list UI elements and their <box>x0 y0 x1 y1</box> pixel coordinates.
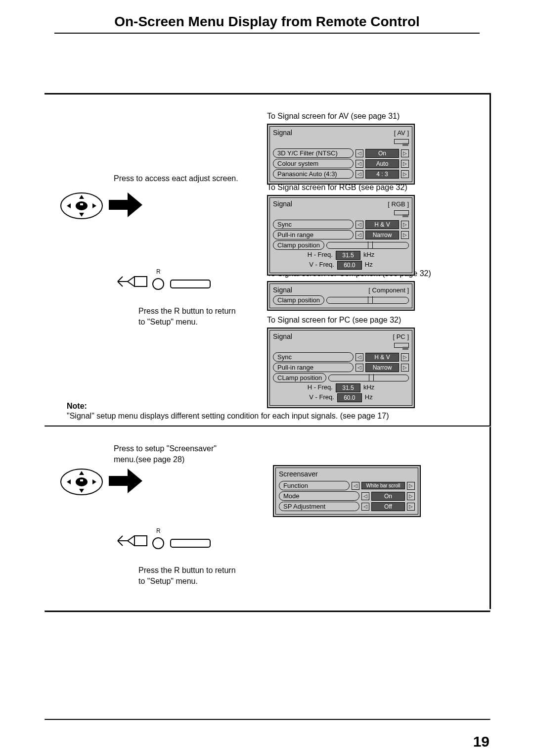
right-arrow-icon[interactable]: ▷ <box>401 170 409 178</box>
svg-rect-7 <box>80 479 83 481</box>
right-arrow-icon[interactable]: ▷ <box>401 221 409 229</box>
caption-screensaver-2: menu.(see page 28) <box>114 454 184 465</box>
caption-press-access: Press to access eact adjust screen. <box>114 173 238 184</box>
row-label: Sync <box>273 220 354 229</box>
left-arrow-icon[interactable]: ◁ <box>356 231 363 239</box>
svg-rect-9 <box>171 539 210 547</box>
left-arrow-icon[interactable]: ◁ <box>356 149 363 157</box>
right-arrow-icon[interactable]: ▷ <box>401 160 409 168</box>
right-arrow-icon[interactable]: ▷ <box>401 149 409 157</box>
right-arrow-icon[interactable]: ▷ <box>407 492 415 500</box>
row-value: Auto <box>365 159 399 168</box>
note-text: "Signal" setup menu displays different s… <box>67 411 482 422</box>
right-arrow-icon[interactable]: ▷ <box>407 482 415 490</box>
note-label: Note: <box>67 401 87 412</box>
row-value: Narrow <box>365 231 399 239</box>
vfreq-label: V - Freq. <box>309 261 334 270</box>
row-label: Pull-in range <box>273 230 354 239</box>
caption-pc: To Signal screen for PC (see page 32) <box>267 315 401 326</box>
r-label: R <box>156 527 161 534</box>
row-label: Colour system <box>273 159 354 168</box>
row-label: Sync <box>273 352 354 362</box>
panel-signal-av: Signal [ AV ] 3D Y/C Filter (NTSC)◁On▷ C… <box>267 124 415 185</box>
vfreq-value: 60.0 <box>337 393 362 402</box>
title-rule <box>54 33 480 34</box>
row-label: SP Adjustment <box>279 502 359 511</box>
clamp-slider[interactable] <box>328 375 409 381</box>
clamp-slider[interactable] <box>326 242 409 249</box>
left-arrow-icon[interactable]: ◁ <box>356 353 363 361</box>
left-arrow-icon[interactable]: ◁ <box>356 364 363 372</box>
panel-mode-rgb: RGB <box>392 200 405 208</box>
clamp-label: Clamp position <box>273 295 324 305</box>
left-arrow-icon[interactable]: ◁ <box>356 160 363 168</box>
caption-press-r-2b: to "Setup" menu. <box>138 576 198 587</box>
panel-title-av: Signal <box>273 129 292 137</box>
caption-screensaver-1: Press to setup "Screensaver" <box>114 443 217 454</box>
vfreq-unit: Hz <box>365 261 373 270</box>
hfreq-label: H - Freq. <box>308 383 333 392</box>
clamp-label: Clamp position <box>273 240 324 250</box>
left-arrow-icon[interactable]: ◁ <box>361 503 369 511</box>
pip-icon <box>394 343 409 348</box>
footer-rule <box>44 719 490 720</box>
right-arrow-icon[interactable]: ▷ <box>401 353 409 361</box>
row-label: Panasonic Auto (4:3) <box>273 169 354 179</box>
panel-title-screensaver: Screensaver <box>279 470 415 478</box>
dpad-icon <box>59 467 104 497</box>
left-arrow-icon[interactable]: ◁ <box>356 170 363 178</box>
hfreq-unit: kHz <box>363 251 374 260</box>
row-value: 4 : 3 <box>365 170 399 179</box>
panel-screensaver: Screensaver Function◁White bar scroll▷ M… <box>273 465 421 517</box>
svg-point-1 <box>76 201 88 210</box>
panel-title-pc: Signal <box>273 332 292 340</box>
svg-point-8 <box>153 538 164 549</box>
row-value: Narrow <box>365 363 399 372</box>
page-title: On-Screen Menu Display from Remote Contr… <box>0 14 534 30</box>
page-number: 19 <box>473 733 490 750</box>
frame-bottom-rule <box>44 611 490 613</box>
panel-mode-component: Component <box>372 286 405 294</box>
caption-press-r-1a: Press the R buttun to return <box>138 306 236 317</box>
dpad-illustration-2 <box>59 467 143 497</box>
right-arrow-icon[interactable]: ▷ <box>401 364 409 372</box>
panel-mode-av: AV <box>397 129 405 137</box>
clamp-label: CLamp position <box>273 373 326 382</box>
vfreq-label: V - Freq. <box>309 393 334 402</box>
caption-av: To Signal screen for AV (see page 31) <box>267 111 400 122</box>
hfreq-value: 31.5 <box>336 383 360 392</box>
panel-signal-pc: Signal [ PC ] Sync◁H & V▷ Pull-in range◁… <box>267 328 415 408</box>
row-label: Pull-in range <box>273 363 354 372</box>
row-value: White bar scroll <box>361 482 405 489</box>
pip-icon <box>394 139 409 144</box>
r-button-illustration-1: R <box>109 269 213 294</box>
row-label: 3D Y/C Filter (NTSC) <box>273 148 354 158</box>
svg-rect-2 <box>80 203 83 205</box>
section-rule <box>44 425 490 427</box>
arrow-right-icon <box>109 192 143 219</box>
vfreq-unit: Hz <box>365 393 373 402</box>
panel-title-component: Signal <box>273 286 292 294</box>
left-arrow-icon[interactable]: ◁ <box>356 221 363 229</box>
row-label: Function <box>279 481 350 490</box>
right-arrow-icon[interactable]: ▷ <box>407 503 415 511</box>
right-arrow-icon[interactable]: ▷ <box>401 231 409 239</box>
row-value: Off <box>371 502 405 511</box>
left-arrow-icon[interactable]: ◁ <box>361 492 369 500</box>
row-value: H & V <box>365 220 399 229</box>
caption-press-r-2a: Press the R buttun to return <box>138 565 236 576</box>
caption-press-r-1b: to "Setup" menu. <box>138 317 198 328</box>
clamp-slider[interactable] <box>326 297 409 304</box>
svg-point-6 <box>76 477 88 486</box>
row-value: On <box>365 149 399 158</box>
hfreq-label: H - Freq. <box>308 251 333 260</box>
r-label: R <box>156 268 161 275</box>
panel-mode-pc: PC <box>397 333 405 340</box>
pip-icon <box>394 210 409 215</box>
hfreq-unit: kHz <box>363 383 374 392</box>
dpad-icon <box>59 191 104 221</box>
panel-title-rgb: Signal <box>273 200 292 208</box>
panel-signal-rgb: Signal [ RGB ] Sync◁H & V▷ Pull-in range… <box>267 195 415 276</box>
left-arrow-icon[interactable]: ◁ <box>352 482 359 490</box>
r-button-illustration-2: R <box>109 528 213 553</box>
